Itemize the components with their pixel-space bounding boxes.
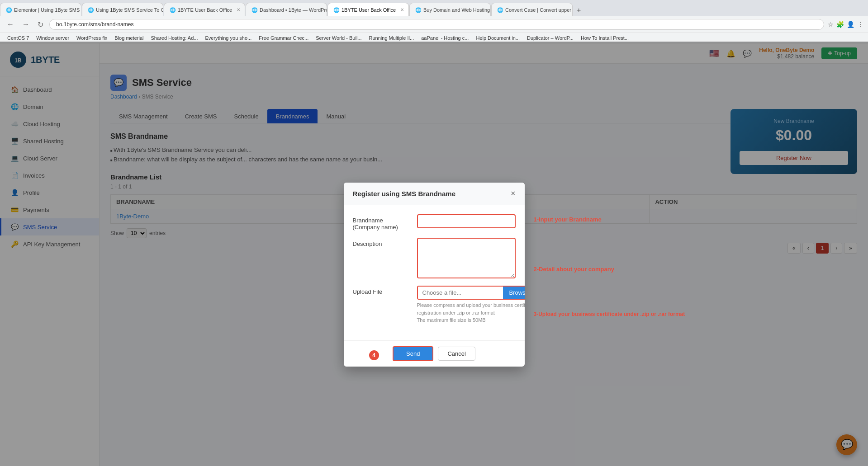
- browser-tab-1[interactable]: 🌐 Elementor | Using 1Byte SMS Se... ✕: [0, 3, 81, 16]
- extensions-button[interactable]: 🧩: [836, 21, 844, 28]
- bookmark-wordpress-fix[interactable]: WordPress fix: [74, 34, 110, 42]
- bookmark-running[interactable]: Running Multiple Il...: [366, 34, 417, 42]
- tab-close-5[interactable]: ✕: [400, 7, 404, 12]
- tab-favicon-6: 🌐: [415, 7, 421, 13]
- bookmark-window-server[interactable]: Window server: [33, 34, 72, 42]
- browser-tab-6[interactable]: 🌐 Buy Domain and Web Hosting... ✕: [409, 3, 491, 16]
- tab-favicon-3: 🌐: [170, 7, 175, 13]
- browser-tab-5[interactable]: 🌐 1BYTE User Back Office ✕: [327, 3, 409, 16]
- browser-tab-2[interactable]: 🌐 Using 1Byte SMS Service To Cre... ✕: [82, 3, 163, 16]
- upload-label: Upload File: [353, 286, 412, 295]
- annotation-step1: 1-Input your Brandname: [534, 216, 602, 223]
- bookmark-help[interactable]: Help Document in...: [473, 34, 522, 42]
- modal-container: Register using SMS Brandname × Brandname…: [344, 183, 525, 367]
- register-modal: Register using SMS Brandname × Brandname…: [344, 183, 525, 367]
- brandname-form-group: Brandname (Company name): [353, 214, 516, 231]
- browser-nav: ← → ↻ ☆ 🧩 👤 ⋮: [0, 16, 868, 33]
- modal-title: Register using SMS Brandname: [353, 190, 456, 198]
- cancel-button[interactable]: Cancel: [438, 347, 475, 361]
- menu-button[interactable]: ⋮: [857, 21, 863, 28]
- bookmark-shared-hosting[interactable]: Shared Hosting: Ad...: [148, 34, 201, 42]
- tab-favicon-7: 🌐: [497, 7, 503, 13]
- description-form-group: Description: [353, 238, 516, 278]
- bookmark-duplicator[interactable]: Duplicator – WordP...: [524, 34, 576, 42]
- modal-close-button[interactable]: ×: [511, 189, 516, 198]
- bookmark-centos[interactable]: CentOS 7: [5, 34, 32, 42]
- bookmark-aapanel[interactable]: aaPanel - Hosting c...: [418, 34, 471, 42]
- modal-body: Brandname (Company name) Description Upl…: [344, 205, 525, 340]
- file-placeholder-input[interactable]: [418, 287, 503, 299]
- url-bar[interactable]: [49, 19, 824, 30]
- tab-favicon-5: 🌐: [333, 7, 339, 13]
- forward-button[interactable]: →: [20, 19, 32, 29]
- browser-tab-3[interactable]: 🌐 1BYTE User Back Office ✕: [164, 3, 245, 16]
- description-textarea[interactable]: [417, 238, 516, 278]
- browser-actions: ☆ 🧩 👤 ⋮: [828, 21, 863, 28]
- bookmark-grammar[interactable]: Free Grammar Chec...: [256, 34, 311, 42]
- bookmark-prestashop[interactable]: How To Install Prest...: [578, 34, 631, 42]
- upload-form-group: Upload File Browse Please compress and u…: [353, 286, 516, 324]
- reload-button[interactable]: ↻: [35, 19, 46, 30]
- bookmark-blog[interactable]: Blog meterial: [112, 34, 146, 42]
- bookmark-button[interactable]: ☆: [828, 21, 834, 28]
- tab-favicon-1: 🌐: [6, 7, 11, 13]
- profile-button[interactable]: 👤: [847, 21, 854, 28]
- annotation-step3: 3-Upload your business certificate under…: [534, 311, 685, 317]
- modal-overlay[interactable]: Register using SMS Brandname × Brandname…: [0, 42, 868, 466]
- brandname-input[interactable]: [417, 214, 516, 228]
- new-tab-button[interactable]: +: [573, 5, 584, 16]
- bookmark-server-world[interactable]: Server World - Buil...: [313, 34, 364, 42]
- browser-tabs: 🌐 Elementor | Using 1Byte SMS Se... ✕ 🌐 …: [0, 0, 868, 16]
- brandname-label: Brandname (Company name): [353, 214, 412, 231]
- back-button[interactable]: ←: [5, 19, 16, 29]
- bookmark-everything[interactable]: Everything you sho...: [202, 34, 254, 42]
- annotation-step2: 2-Detail about your company: [534, 266, 614, 273]
- tab-favicon-2: 🌐: [88, 7, 93, 13]
- browser-chrome: 🌐 Elementor | Using 1Byte SMS Se... ✕ 🌐 …: [0, 0, 868, 43]
- file-input-row: Browse: [417, 286, 525, 300]
- modal-footer: Send Cancel: [344, 340, 525, 367]
- tab-favicon-4: 🌐: [251, 7, 257, 13]
- browser-tab-4[interactable]: 🌐 Dashboard • 1Byte — WordPres... ✕: [246, 3, 327, 16]
- file-hint: Please compress and upload your business…: [417, 301, 525, 324]
- browse-button[interactable]: Browse: [503, 287, 525, 299]
- description-label: Description: [353, 238, 412, 247]
- modal-header: Register using SMS Brandname ×: [344, 183, 525, 205]
- tab-close-3[interactable]: ✕: [237, 7, 240, 12]
- send-button[interactable]: Send: [393, 346, 433, 361]
- browser-tab-7[interactable]: 🌐 Convert Case | Convert upper c... ✕: [491, 3, 573, 16]
